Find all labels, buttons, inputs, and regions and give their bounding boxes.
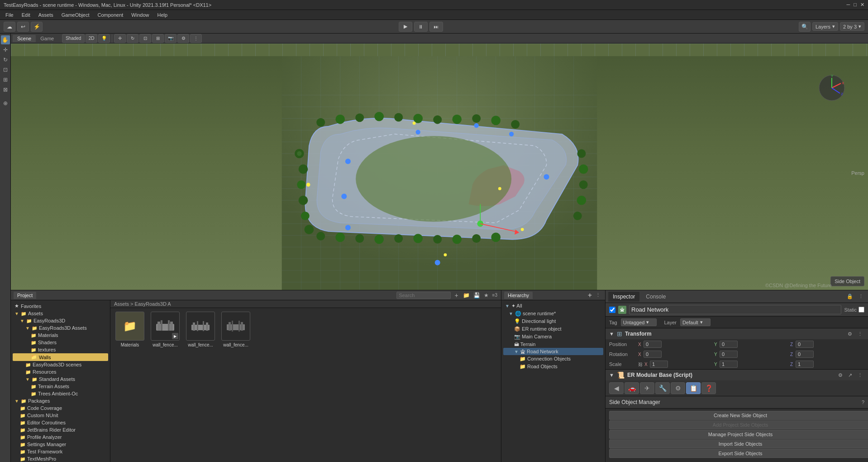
menu-item-assets[interactable]: Assets [35, 11, 57, 19]
tree-code-coverage[interactable]: 📁 Code Coverage [13, 404, 108, 412]
tree-packages[interactable]: ▼ 📁 Packages [13, 397, 108, 404]
manage-side-obj-btn[interactable]: Manage Project Side Objects [609, 430, 868, 439]
tree-editor-coroutines[interactable]: 📁 Editor Coroutines [13, 419, 108, 426]
tree-test-framework[interactable]: 📁 Test Framework [13, 448, 108, 455]
save-btn[interactable]: 💾 [472, 292, 481, 298]
script-tab-gear[interactable]: ⚙ [671, 382, 685, 394]
custom-tool-1[interactable]: ⊕ [1, 99, 10, 108]
create-side-obj-btn[interactable]: Create New Side Object [609, 411, 868, 420]
grid-btn[interactable]: ⚙ [177, 34, 189, 43]
tree-walls[interactable]: 📁 Walls [13, 353, 108, 361]
tree-er3d-scenes[interactable]: 📁 EasyRoads3D scenes [13, 361, 108, 368]
menu-item-file[interactable]: File [2, 11, 17, 19]
script-tab-road[interactable]: 🚗 [625, 382, 639, 394]
transform-tool[interactable]: ⊠ [1, 85, 10, 94]
help-icon[interactable]: ? [862, 399, 864, 405]
object-name-input[interactable] [629, 305, 841, 314]
gizmo-btn[interactable]: ⊞ [152, 34, 164, 43]
asset-wall-fence-1[interactable]: ▶ wall_fence... [149, 312, 181, 347]
hier-scene-root[interactable]: ▼ 🌐 scene runtime* [503, 310, 603, 318]
favorites-header[interactable]: ★ Favorites [13, 302, 108, 310]
object-active-checkbox[interactable] [609, 307, 615, 313]
lighting-btn[interactable]: 💡 [98, 34, 110, 43]
tree-shaders[interactable]: 📁 Shaders [13, 339, 108, 346]
account-btn[interactable]: ☁ [4, 22, 15, 32]
tree-trees[interactable]: 📁 Trees Ambient-Oc [13, 390, 108, 397]
play-icon[interactable]: ▶ [172, 333, 178, 339]
hier-main-camera[interactable]: 📷 Main Camera [503, 333, 603, 341]
hier-er-runtime[interactable]: 📦 ER runtime object [503, 325, 603, 333]
transform-more-icon[interactable]: ⋮ [856, 331, 864, 337]
persp-label[interactable]: Persp [851, 170, 864, 176]
hier-road-objs[interactable]: 📁 Road Objects [503, 363, 603, 371]
star-btn[interactable]: ★ [483, 292, 490, 298]
scale-z-input[interactable] [796, 361, 814, 368]
rotate-tool[interactable]: ↻ [1, 55, 10, 64]
shaded-btn[interactable]: Shaded [62, 34, 85, 43]
hier-road-network[interactable]: ▼ 🛣 Road Network [503, 348, 603, 355]
tag-dropdown[interactable]: Untagged ▾ [621, 318, 657, 326]
tree-textures[interactable]: 📁 textures [13, 346, 108, 353]
script-more-icon[interactable]: ⋮ [856, 372, 864, 378]
move-scene-btn[interactable]: ✛ [114, 34, 126, 43]
hierarchy-add-btn[interactable]: + [586, 291, 594, 299]
script-tab-settings[interactable]: 🔧 [655, 382, 670, 394]
import-side-obj-btn[interactable]: Import Side Objects [609, 439, 868, 448]
pause-button[interactable]: ⏸ [414, 22, 428, 32]
script-tab-help[interactable]: ❓ [701, 382, 716, 394]
tree-profile[interactable]: 📁 Profile Analyzer [13, 433, 108, 441]
rotate-scene-btn[interactable]: ↻ [127, 34, 138, 43]
tab-console[interactable]: Console [641, 292, 670, 302]
tab-game[interactable]: Game [36, 35, 58, 42]
asset-wall-fence-3[interactable]: wall_fence... [220, 312, 252, 347]
menu-item-gameobject[interactable]: GameObject [58, 11, 93, 19]
hand-tool[interactable]: ✋ [1, 35, 10, 44]
move-tool[interactable]: ✛ [1, 45, 10, 54]
tree-standard-assets[interactable]: ▼ 📁 Standard Assets [13, 375, 108, 383]
history-btn[interactable]: ↩ [17, 22, 29, 32]
tree-settings-mgr[interactable]: 📁 Settings Manager [13, 441, 108, 448]
tree-assets[interactable]: ▼ 📁 Assets [13, 310, 108, 317]
rot-x-input[interactable] [644, 351, 662, 358]
asset-wall-fence-2[interactable]: wall_fence... [185, 312, 216, 347]
script-link-icon[interactable]: ↗ [846, 372, 854, 378]
sort-btn[interactable]: ≡3 [491, 293, 498, 298]
script-settings-icon[interactable]: ⚙ [836, 372, 844, 378]
play-button[interactable]: ▶ [399, 22, 412, 32]
inspector-lock-btn[interactable]: 🔒 [845, 294, 855, 299]
tree-easyroads3d[interactable]: ▼ 📁 EasyRoads3D [13, 317, 108, 324]
folder-btn[interactable]: 📁 [462, 292, 471, 298]
script-tab-connection[interactable]: ✈ [640, 382, 654, 394]
tab-inspector[interactable]: Inspector [608, 292, 639, 302]
pos-z-input[interactable] [796, 341, 814, 348]
pos-x-input[interactable] [644, 341, 662, 348]
tree-custom-nunit[interactable]: 📁 Custom NUnit [13, 412, 108, 419]
2d-btn[interactable]: 2D [86, 34, 97, 43]
hier-terrain[interactable]: 🏔 Terrain [503, 341, 603, 348]
maximize-btn[interactable]: □ [854, 2, 857, 8]
tab-project[interactable]: Project [14, 292, 36, 299]
er-script-header[interactable]: ▼ 📜 ER Modular Base (Script) ⚙ ↗ ⋮ [606, 370, 868, 380]
collab-btn[interactable]: ⚡ [31, 22, 43, 32]
transform-header[interactable]: ▼ ⊞ Transform ⚙ ⋮ [606, 328, 868, 339]
tree-er3d-assets[interactable]: ▼ 📁 EasyRoads3D Assets [13, 324, 108, 332]
tree-jetbrains[interactable]: 📁 JetBrains Rider Editor [13, 426, 108, 433]
layer-dropdown[interactable]: Default ▾ [680, 318, 711, 326]
hierarchy-menu-btn[interactable]: ⋮ [594, 292, 602, 298]
tree-resources[interactable]: 📁 Resources [13, 368, 108, 375]
add-project-side-obj-btn[interactable]: Add Project Side Objects [609, 420, 868, 429]
tree-terrain-assets[interactable]: 📁 Terrain Assets [13, 383, 108, 390]
inspector-menu-btn[interactable]: ⋮ [857, 294, 865, 299]
asset-materials[interactable]: 📁 Materials [114, 312, 146, 347]
menu-item-window[interactable]: Window [128, 11, 153, 19]
close-btn[interactable]: ✕ [860, 2, 864, 8]
search-toolbar-btn[interactable]: 🔍 [799, 22, 811, 32]
transform-settings-icon[interactable]: ⚙ [846, 331, 854, 337]
search-input[interactable] [396, 292, 451, 299]
tree-materials[interactable]: 📁 Materials [13, 332, 108, 339]
script-tab-active[interactable]: 📋 [686, 382, 701, 394]
pos-y-input[interactable] [720, 341, 738, 348]
tab-scene[interactable]: Scene [13, 35, 36, 42]
hier-all[interactable]: ▼ ✦ All [503, 302, 603, 310]
rot-y-input[interactable] [720, 351, 738, 358]
